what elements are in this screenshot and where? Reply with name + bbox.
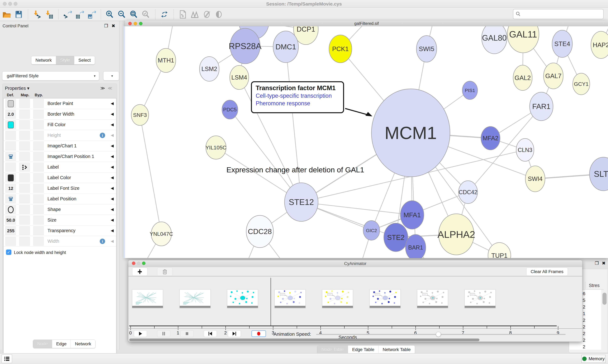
tab-select[interactable]: Select: [74, 56, 95, 64]
network-node-LSM2[interactable]: LSM2: [199, 57, 219, 81]
animation-frame-1[interactable]: [180, 289, 211, 308]
mapping-cell[interactable]: [19, 142, 30, 150]
frames-timeline[interactable]: 0123456789 Seconds: [128, 277, 582, 328]
animation-frame-6[interactable]: [417, 289, 448, 308]
mapping-cell[interactable]: [19, 131, 30, 140]
animation-frame-3[interactable]: [275, 289, 305, 308]
memory-button[interactable]: Memory: [581, 355, 606, 363]
go-to-start-button[interactable]: [204, 330, 217, 337]
expand-row-icon[interactable]: ◀: [111, 218, 114, 222]
animation-frame-4[interactable]: [322, 289, 353, 308]
timeline-playhead[interactable]: [271, 278, 271, 325]
network-node-FAR1[interactable]: FAR1: [530, 92, 553, 121]
expand-row-icon[interactable]: ◀: [111, 228, 114, 233]
network-node-CLN3[interactable]: CLN3: [516, 139, 534, 161]
default-cell[interactable]: 50.0: [5, 216, 16, 224]
expand-row-icon[interactable]: ◀: [111, 112, 114, 116]
default-cell[interactable]: [5, 163, 16, 171]
tab-node[interactable]: Node: [33, 340, 52, 348]
mcm1-annotation[interactable]: Transcription factor MCM1 Cell-type-spec…: [251, 81, 344, 113]
tab-edge-table[interactable]: Edge Table: [348, 346, 379, 354]
default-cell[interactable]: [5, 142, 16, 150]
network-file-button[interactable]: [178, 10, 188, 19]
animation-speed-slider[interactable]: [316, 334, 566, 335]
expand-row-icon[interactable]: ◀: [111, 239, 114, 243]
property-row-image-chart-1[interactable]: Image/Chart 1◀: [3, 141, 116, 151]
animation-frame-7[interactable]: [465, 289, 496, 308]
bypass-cell[interactable]: [33, 205, 44, 214]
table-column-stress[interactable]: Stres: [589, 283, 600, 288]
play-button[interactable]: [134, 330, 147, 337]
bypass-cell[interactable]: [33, 110, 44, 118]
import-network-button[interactable]: [32, 10, 42, 19]
mapping-cell[interactable]: [19, 99, 30, 108]
zoom-selected-button[interactable]: [141, 10, 151, 19]
network-node-MFA2[interactable]: MFA2: [481, 127, 500, 150]
network-node-LSM4[interactable]: LSM4: [230, 65, 249, 90]
network-node-CDC28[interactable]: CDC28: [246, 215, 274, 248]
expand-row-icon[interactable]: ◀: [111, 133, 114, 137]
expand-row-icon[interactable]: ◀: [111, 101, 114, 106]
property-row-width[interactable]: Widthi◀: [3, 236, 116, 247]
tab-network-bottom[interactable]: Network: [71, 340, 95, 348]
cyanimator-scrollbar[interactable]: [129, 338, 479, 341]
network-node-SNF3[interactable]: SNF3: [131, 104, 149, 125]
default-cell[interactable]: 2.0: [5, 110, 16, 118]
show-details-button[interactable]: [214, 10, 224, 19]
clear-all-frames-button[interactable]: Clear All Frames: [526, 268, 568, 276]
mapping-cell[interactable]: [19, 226, 30, 235]
lock-checkbox[interactable]: ✓: [6, 249, 11, 255]
zoom-in-button[interactable]: [105, 10, 115, 19]
expand-row-icon[interactable]: ◀: [111, 175, 114, 180]
expand-row-icon[interactable]: ◀: [111, 154, 114, 159]
network-node-MCM1[interactable]: MCM1: [372, 89, 450, 177]
tab-node-table[interactable]: Node Table: [317, 346, 348, 354]
close-panel-icon[interactable]: ✖: [111, 23, 116, 29]
export-table-button[interactable]: [74, 10, 84, 19]
network-node-GAL11[interactable]: GAL11: [507, 26, 539, 53]
table-cell[interactable]: 2: [571, 344, 585, 350]
style-options-button[interactable]: ▾: [103, 71, 119, 80]
default-cell[interactable]: [5, 131, 16, 140]
expand-row-icon[interactable]: ◀: [111, 196, 114, 201]
network-node-SLT2[interactable]: SLT2: [590, 157, 608, 191]
network-node-STE2[interactable]: STE2: [384, 223, 408, 252]
bypass-cell[interactable]: [33, 226, 44, 235]
bypass-cell[interactable]: [33, 184, 44, 193]
expand-row-icon[interactable]: ◀: [111, 122, 114, 127]
bypass-cell[interactable]: [33, 237, 44, 246]
bypass-cell[interactable]: [33, 99, 44, 108]
expand-row-icon[interactable]: ◀: [111, 165, 114, 169]
property-row-image-chart-position-1[interactable]: Image/Chart Position 1◀: [3, 151, 116, 162]
network-edge[interactable]: [286, 47, 301, 202]
network-edge[interactable]: [140, 115, 161, 234]
expand-row-icon[interactable]: ◀: [111, 207, 114, 212]
float-table-icon[interactable]: ❐: [594, 260, 599, 266]
open-session-button[interactable]: [1, 10, 12, 19]
property-row-label-position[interactable]: Label Position◀: [3, 194, 116, 204]
network-node-HAP2[interactable]: HAP2: [591, 31, 608, 59]
record-button[interactable]: [251, 330, 266, 337]
export-image-button[interactable]: [86, 10, 97, 19]
network-node-CDC42[interactable]: CDC42: [458, 181, 478, 204]
refresh-button[interactable]: [159, 10, 169, 19]
network-node-PCK1[interactable]: PCK1: [329, 35, 352, 63]
network-canvas[interactable]: MTH1 LSM2 LSM4 SNF3 PDC5 YIL105C YNL047C…: [125, 26, 608, 258]
slider-handle[interactable]: [436, 332, 441, 337]
bypass-cell[interactable]: [33, 195, 44, 203]
delete-frame-button[interactable]: [157, 268, 172, 276]
network-node-ALPHA2[interactable]: ALPHA2: [438, 214, 475, 255]
network-node-STE12[interactable]: STE12: [285, 183, 318, 221]
network-window-titlebar[interactable]: galFiltered.sif: [125, 21, 608, 26]
default-cell[interactable]: [5, 99, 16, 108]
mapping-cell[interactable]: [19, 173, 30, 182]
animation-frame-2[interactable]: [227, 289, 258, 308]
mapping-cell[interactable]: [19, 195, 30, 203]
network-node-SWI4[interactable]: SWI4: [525, 166, 545, 192]
info-icon[interactable]: i: [100, 133, 105, 138]
import-table-button[interactable]: [44, 10, 54, 19]
tab-style[interactable]: Style: [56, 56, 74, 64]
bypass-cell[interactable]: [33, 173, 44, 182]
pause-button[interactable]: [157, 330, 170, 337]
save-session-button[interactable]: [14, 10, 24, 19]
